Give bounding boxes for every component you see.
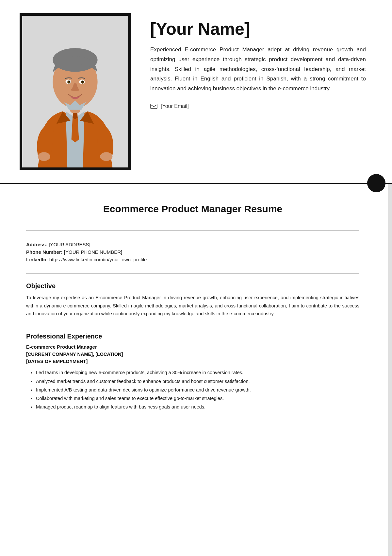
document-section: Ecommerce Product Manager Resume Address… <box>0 184 392 431</box>
person-summary: Experienced E-commerce Product Manager a… <box>150 45 366 94</box>
header-info: [Your Name] Experienced E-commerce Produ… <box>150 13 366 109</box>
experience-title: Professional Experience <box>26 333 359 340</box>
divider-1 <box>26 230 359 231</box>
company-line2: [DATES OF EMPLOYMENT] <box>26 358 359 365</box>
bullet-item: Implemented A/B testing and data-driven … <box>36 386 359 394</box>
bullet-item: Led teams in developing new e-commerce p… <box>36 368 359 377</box>
svg-rect-13 <box>151 104 157 109</box>
email-value: [Your Email] <box>161 103 189 109</box>
bullet-item: Analyzed market trends and customer feed… <box>36 377 359 386</box>
objective-section: Objective To leverage my expertise as an… <box>26 282 359 318</box>
profile-photo <box>20 13 131 170</box>
address-line: Address: [YOUR ADDRESS] <box>26 242 359 247</box>
linkedin-value[interactable]: https://www.linkedin.com/in/your_own_pro… <box>49 257 147 262</box>
phone-value: [YOUR PHONE NUMBER] <box>64 249 122 255</box>
document-title: Ecommerce Product Manager Resume <box>26 203 359 215</box>
company-line1: [CURRENT COMPANY NAME], [LOCATION] <box>26 351 359 358</box>
contact-info-block: Address: [YOUR ADDRESS] Phone Number: [Y… <box>26 236 359 268</box>
address-label: Address: <box>26 242 47 247</box>
header-section: [Your Name] Experienced E-commerce Produ… <box>0 0 392 184</box>
bullet-item: Managed product roadmap to align feature… <box>36 403 359 411</box>
circle-decoration <box>367 174 385 192</box>
linkedin-line: LinkedIn: https://www.linkedin.com/in/yo… <box>26 257 359 262</box>
experience-section: Professional Experience E-commerce Produ… <box>26 333 359 411</box>
svg-point-3 <box>100 152 112 161</box>
svg-point-2 <box>38 152 50 161</box>
role-title: E-commerce Product Manager <box>26 344 359 350</box>
divider-3 <box>26 324 359 324</box>
company-info: [CURRENT COMPANY NAME], [LOCATION] [DATE… <box>26 351 359 365</box>
objective-title: Objective <box>26 282 359 290</box>
experience-bullets: Led teams in developing new e-commerce p… <box>26 368 359 411</box>
svg-point-12 <box>82 81 84 82</box>
objective-body: To leverage my expertise as an E-commerc… <box>26 294 359 318</box>
phone-line: Phone Number: [YOUR PHONE NUMBER] <box>26 249 359 255</box>
email-row: [Your Email] <box>150 103 366 109</box>
envelope-icon <box>150 104 157 109</box>
phone-label: Phone Number: <box>26 249 63 255</box>
bullet-item: Collaborated with marketing and sales te… <box>36 394 359 403</box>
address-value: [YOUR ADDRESS] <box>49 242 90 247</box>
linkedin-label: LinkedIn: <box>26 257 48 262</box>
photo-placeholder <box>22 16 128 167</box>
svg-point-11 <box>69 81 70 82</box>
person-name: [Your Name] <box>150 20 366 38</box>
divider-2 <box>26 273 359 274</box>
